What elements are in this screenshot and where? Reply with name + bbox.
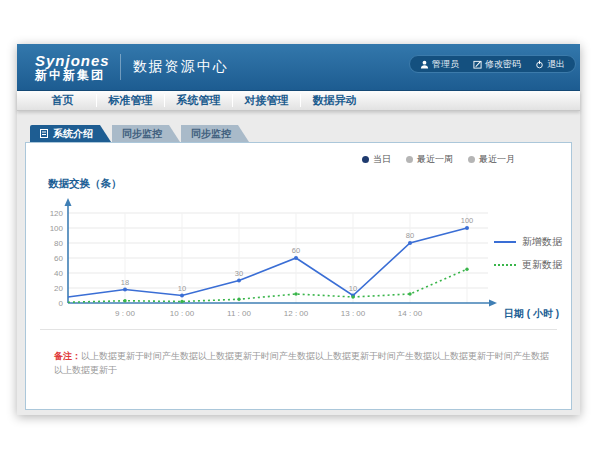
data-point bbox=[180, 300, 183, 303]
filter-label: 最近一周 bbox=[417, 153, 453, 166]
data-point bbox=[408, 292, 411, 295]
data-point bbox=[465, 268, 468, 271]
user-icon bbox=[420, 60, 429, 69]
data-point bbox=[465, 226, 469, 230]
nav-item-1[interactable]: 首页 bbox=[29, 91, 96, 110]
x-tick-label: 12 : 00 bbox=[284, 309, 309, 318]
logout-label: 退出 bbox=[547, 58, 565, 71]
data-point bbox=[408, 241, 412, 245]
tab-label: 同步监控 bbox=[191, 125, 231, 142]
data-point bbox=[294, 292, 297, 295]
x-tick-label: 14 : 00 bbox=[398, 309, 423, 318]
y-tick-label: 100 bbox=[50, 224, 64, 233]
nav-item-4[interactable]: 对接管理 bbox=[233, 91, 300, 110]
x-tick-label: 10 : 00 bbox=[170, 309, 195, 318]
footnote: 备注：以上数据更新于时间产生数据以上数据更新于时间产生数据以上数据更新于时间产生… bbox=[54, 350, 553, 377]
data-point bbox=[237, 279, 241, 283]
user-toolbar: 管理员 修改密码 退出 bbox=[409, 55, 576, 73]
tab-label: 同步监控 bbox=[122, 125, 162, 142]
tab-3[interactable]: 同步监控 bbox=[181, 125, 249, 142]
y-tick-label: 0 bbox=[59, 299, 64, 308]
logout-button[interactable]: 退出 bbox=[535, 58, 565, 71]
time-filter-group: 当日最近一周最近一月 bbox=[362, 153, 515, 166]
data-point bbox=[351, 295, 354, 298]
app-window: Synjones 新中新集团 数据资源中心 管理员 修改密码 bbox=[17, 44, 580, 415]
chart-legend: 新增数据更新数据 bbox=[494, 235, 562, 281]
filter-radio-2[interactable]: 最近一周 bbox=[406, 153, 453, 166]
brand-logo: Synjones 新中新集团 bbox=[17, 53, 110, 81]
data-point bbox=[294, 256, 298, 260]
legend-line-sample bbox=[494, 264, 516, 266]
power-icon bbox=[535, 60, 544, 69]
radio-icon bbox=[468, 156, 475, 163]
brand-logo-cn: 新中新集团 bbox=[35, 69, 110, 82]
data-point-label: 18 bbox=[121, 278, 129, 287]
app-header: Synjones 新中新集团 数据资源中心 管理员 修改密码 bbox=[17, 44, 580, 91]
data-point-label: 30 bbox=[235, 269, 243, 278]
tab-label: 系统介绍 bbox=[53, 125, 93, 142]
y-tick-label: 60 bbox=[54, 254, 63, 263]
main-nav: 首页标准管理系统管理对接管理数据异动 bbox=[17, 91, 580, 111]
footnote-label: 备注： bbox=[54, 351, 81, 361]
page: Synjones 新中新集团 数据资源中心 管理员 修改密码 bbox=[0, 0, 600, 450]
user-menu[interactable]: 管理员 bbox=[420, 58, 459, 71]
tab-1[interactable]: 系统介绍 bbox=[30, 125, 111, 142]
brand-logo-en: Synjones bbox=[35, 53, 110, 69]
filter-label: 最近一月 bbox=[479, 153, 515, 166]
y-axis-arrow-icon bbox=[65, 198, 72, 206]
x-tick-label: 9 : 00 bbox=[115, 309, 136, 318]
footnote-text: 以上数据更新于时间产生数据以上数据更新于时间产生数据以上数据更新于时间产生数据以… bbox=[54, 351, 549, 375]
document-icon bbox=[40, 129, 48, 138]
tab-bar: 系统介绍同步监控同步监控 bbox=[30, 125, 580, 142]
data-point-label: 100 bbox=[461, 216, 474, 225]
legend-line-sample bbox=[494, 241, 516, 243]
data-point bbox=[123, 288, 127, 292]
radio-icon bbox=[362, 156, 369, 163]
x-axis-title: 日期 ( 小时 ) bbox=[504, 308, 559, 319]
filter-radio-1[interactable]: 当日 bbox=[362, 153, 391, 166]
data-point-label: 10 bbox=[178, 284, 186, 293]
y-tick-label: 80 bbox=[54, 239, 63, 248]
data-point-label: 80 bbox=[406, 231, 414, 240]
legend-label: 新增数据 bbox=[522, 235, 562, 249]
y-tick-label: 20 bbox=[54, 284, 63, 293]
radio-icon bbox=[406, 156, 413, 163]
data-point bbox=[180, 294, 184, 298]
data-point bbox=[123, 299, 126, 302]
legend-item-1: 新增数据 bbox=[494, 235, 562, 249]
header-divider bbox=[120, 54, 121, 80]
content-panel: 当日最近一周最近一月 数据交换（条） 0204060801001209 : 00… bbox=[25, 142, 572, 410]
change-password-label: 修改密码 bbox=[485, 58, 521, 71]
x-axis-arrow-icon bbox=[489, 300, 497, 307]
nav-item-5[interactable]: 数据异动 bbox=[301, 91, 368, 110]
nav-item-2[interactable]: 标准管理 bbox=[97, 91, 164, 110]
legend-item-2: 更新数据 bbox=[494, 258, 562, 272]
panel-divider bbox=[40, 329, 557, 330]
content-zone: 系统介绍同步监控同步监控 当日最近一周最近一月 数据交换（条） 02040608… bbox=[17, 111, 580, 410]
nav-item-3[interactable]: 系统管理 bbox=[165, 91, 232, 110]
x-tick-label: 13 : 00 bbox=[341, 309, 366, 318]
filter-radio-3[interactable]: 最近一月 bbox=[468, 153, 515, 166]
page-title: 数据资源中心 bbox=[133, 58, 229, 76]
legend-label: 更新数据 bbox=[522, 258, 562, 272]
change-password-button[interactable]: 修改密码 bbox=[473, 58, 521, 71]
edit-icon bbox=[473, 60, 482, 69]
filter-label: 当日 bbox=[373, 153, 391, 166]
y-tick-label: 40 bbox=[54, 269, 63, 278]
y-axis-title: 数据交换（条） bbox=[48, 177, 122, 191]
data-point-label: 60 bbox=[292, 246, 300, 255]
x-tick-label: 11 : 00 bbox=[227, 309, 251, 318]
data-point-label: 10 bbox=[349, 284, 357, 293]
tab-2[interactable]: 同步监控 bbox=[112, 125, 180, 142]
y-tick-label: 120 bbox=[50, 209, 64, 218]
user-name-label: 管理员 bbox=[432, 58, 459, 71]
data-point bbox=[237, 298, 240, 301]
